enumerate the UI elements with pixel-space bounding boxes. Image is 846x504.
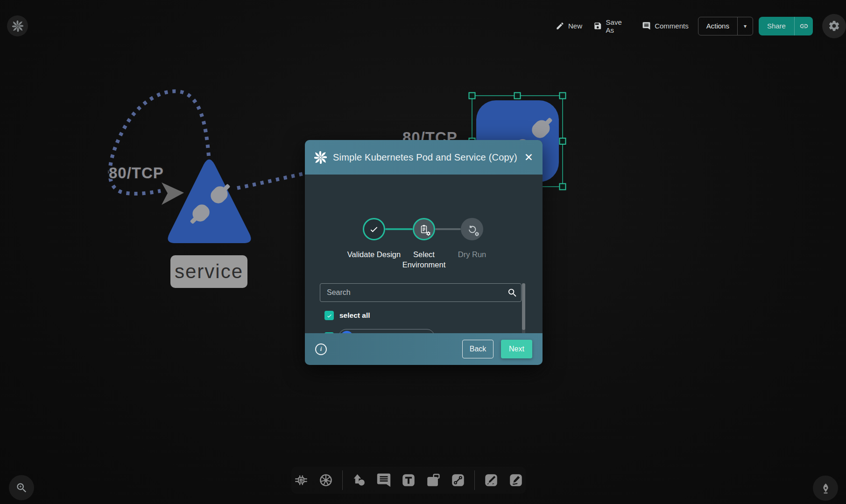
pencil-icon — [556, 21, 564, 30]
search-icon — [507, 287, 518, 300]
top-toolbar: New Save As Comments Actions ▾ Share — [556, 15, 846, 36]
edge-link-icon — [450, 472, 466, 488]
comments-button[interactable]: Comments — [642, 21, 689, 30]
modal-footer: i Back Next — [305, 333, 543, 365]
media-tool-button[interactable] — [425, 472, 442, 489]
selection-handle[interactable] — [560, 184, 566, 190]
zoom-in-button[interactable] — [9, 475, 34, 500]
deploy-design-modal: Simple Kubernetes Pod and Service (Copy)… — [305, 140, 543, 365]
share-button[interactable]: Share — [759, 17, 813, 35]
modal-body: Validate Design Select Environment Dry R… — [305, 175, 543, 333]
select-all-label: select all — [339, 311, 370, 320]
modal-title: Simple Kubernetes Pod and Service (Copy) — [333, 152, 518, 163]
next-button[interactable]: Next — [501, 340, 532, 358]
freehand-pen-button[interactable] — [813, 476, 838, 501]
meshery-logo-icon — [12, 21, 23, 32]
selection-handle[interactable] — [560, 138, 566, 144]
stepper-connector-active — [385, 228, 413, 230]
new-label: New — [568, 22, 582, 30]
copy-link-button[interactable] — [795, 21, 813, 31]
text-icon — [401, 472, 416, 488]
image-icon — [425, 472, 441, 488]
settings-button[interactable] — [822, 14, 846, 38]
step-validate-design[interactable] — [363, 218, 385, 240]
info-icon[interactable]: i — [315, 343, 327, 355]
step-select-environment[interactable] — [413, 218, 435, 240]
stepper-connector-inactive — [435, 228, 461, 230]
selection-handle[interactable] — [469, 93, 475, 99]
dry-run-icon — [467, 224, 478, 235]
new-button[interactable]: New — [556, 21, 582, 30]
edge-arrowhead — [162, 182, 184, 205]
check-icon — [369, 224, 379, 234]
service-node-label: service — [170, 255, 247, 288]
toolbar-divider — [474, 470, 475, 490]
comment-tool-button[interactable] — [375, 472, 392, 489]
comment-icon — [642, 21, 651, 30]
selection-handle[interactable] — [560, 93, 566, 99]
components-drawer-button[interactable] — [293, 472, 310, 489]
shapes-icon — [351, 472, 367, 488]
actions-dropdown-button[interactable]: Actions ▾ — [698, 17, 753, 35]
comments-label: Comments — [655, 22, 689, 30]
canvas-toolbar — [291, 467, 526, 494]
component-icon — [293, 472, 309, 488]
relationship-tool-button[interactable] — [450, 472, 466, 489]
sketch-pencil-icon — [508, 472, 524, 488]
magnifier-plus-icon — [15, 482, 28, 494]
select-all-checkbox[interactable] — [324, 311, 334, 320]
modal-header: Simple Kubernetes Pod and Service (Copy)… — [305, 140, 543, 175]
comment-icon — [376, 472, 392, 488]
environment-search-input[interactable] — [320, 283, 522, 302]
chevron-down-icon[interactable]: ▾ — [738, 23, 753, 29]
gear-icon — [828, 20, 840, 32]
check-icon — [326, 313, 332, 319]
meshery-logo-button[interactable] — [7, 15, 28, 36]
step-label-dry-run: Dry Run — [442, 249, 502, 259]
kubernetes-components-button[interactable] — [317, 472, 334, 489]
selection-handle[interactable] — [515, 93, 521, 99]
toolbar-divider — [342, 470, 343, 490]
pen-tool-icon — [483, 472, 499, 488]
kubernetes-icon — [318, 472, 334, 488]
actions-label: Actions — [698, 22, 737, 30]
floppy-icon — [593, 21, 602, 30]
clipboard-gear-icon — [419, 224, 429, 234]
step-dry-run[interactable] — [461, 218, 483, 240]
save-as-button[interactable]: Save As — [593, 18, 631, 34]
back-button[interactable]: Back — [462, 340, 494, 358]
close-icon[interactable]: ✕ — [524, 152, 533, 163]
sketch-tool-button[interactable] — [508, 472, 524, 489]
text-tool-button[interactable] — [400, 472, 417, 489]
shapes-button[interactable] — [351, 472, 367, 489]
link-icon — [799, 21, 809, 31]
pen-tool-button[interactable] — [483, 472, 500, 489]
pen-nib-icon — [820, 483, 832, 494]
meshery-logo-icon — [314, 151, 327, 164]
save-as-label: Save As — [606, 18, 631, 34]
service-node[interactable] — [168, 160, 251, 244]
share-label: Share — [759, 22, 794, 30]
edge-label-80-tcp: 80/TCP — [109, 164, 164, 182]
